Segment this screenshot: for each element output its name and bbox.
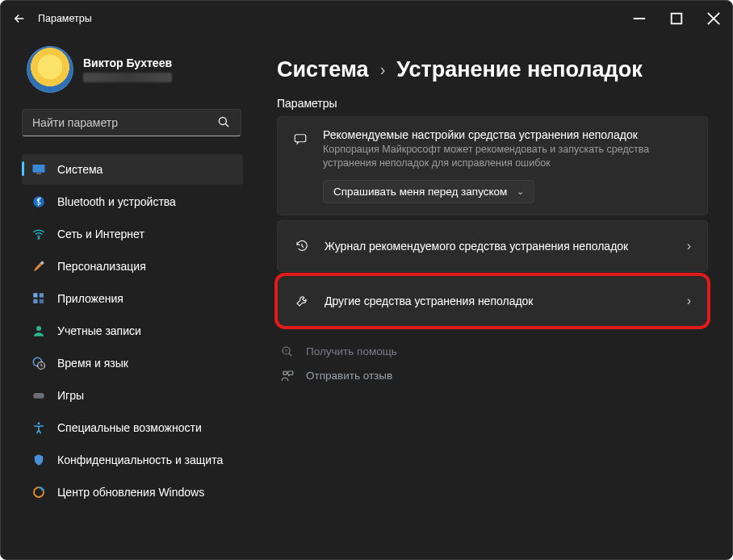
apps-icon — [31, 291, 46, 306]
svg-rect-14 — [40, 299, 44, 303]
sidebar-item-gaming[interactable]: Игры — [22, 380, 243, 411]
feedback-icon — [280, 369, 295, 383]
svg-rect-7 — [36, 173, 41, 175]
search-placeholder: Найти параметр — [32, 116, 118, 129]
svg-rect-11 — [33, 293, 37, 297]
svg-point-21 — [38, 422, 40, 424]
row-label: Журнал рекомендуемого средства устранени… — [325, 240, 672, 253]
sidebar-item-label: Игры — [57, 389, 84, 402]
wrench-icon — [294, 294, 310, 308]
recommended-dropdown[interactable]: Спрашивать меня перед запуском ⌄ — [323, 180, 534, 203]
svg-rect-1 — [672, 14, 682, 24]
svg-point-15 — [36, 326, 41, 331]
sidebar-item-system[interactable]: Система — [22, 154, 243, 185]
sidebar-item-accessibility[interactable]: Специальные возможности — [22, 412, 243, 443]
sidebar-item-personalization[interactable]: Персонализация — [22, 251, 243, 282]
sidebar-item-label: Центр обновления Windows — [57, 486, 204, 499]
chevron-right-icon: › — [687, 239, 691, 253]
sidebar-item-time-language[interactable]: Время и язык — [22, 348, 243, 378]
svg-text:?: ? — [285, 349, 288, 353]
window-title: Параметры — [38, 13, 92, 24]
sidebar-item-label: Bluetooth и устройства — [57, 195, 176, 208]
get-help-link[interactable]: ? Получить помощь — [280, 345, 708, 359]
recommended-settings-card: Рекомендуемые настройки средства устране… — [277, 116, 708, 215]
svg-point-26 — [283, 371, 287, 375]
user-profile[interactable]: Виктор Бухтеев — [22, 46, 243, 93]
user-email-blurred — [83, 73, 172, 82]
sidebar-item-label: Сеть и Интернет — [57, 228, 145, 240]
sidebar-item-label: Учетные записи — [57, 324, 141, 337]
svg-rect-6 — [33, 165, 45, 173]
svg-point-9 — [38, 238, 40, 240]
sidebar-item-label: Система — [57, 163, 103, 176]
system-icon — [31, 162, 46, 177]
other-troubleshooters-row[interactable]: Другие средства устранения неполадок › — [277, 275, 708, 327]
wifi-icon — [31, 227, 46, 241]
history-icon — [294, 239, 310, 253]
help-label: Получить помощь — [306, 345, 397, 357]
avatar — [27, 46, 73, 93]
minimize-button[interactable] — [621, 6, 658, 31]
main-content: Система › Устранение неполадок Параметры… — [249, 36, 732, 559]
svg-rect-27 — [288, 371, 293, 375]
dropdown-value: Спрашивать меня перед запуском — [333, 186, 507, 198]
sidebar: Виктор Бухтеев Найти параметр Система Bl… — [1, 36, 249, 559]
shield-icon — [31, 453, 46, 467]
paintbrush-icon — [31, 259, 46, 274]
settings-window: Параметры Виктор Бухтеев Найти параметр — [0, 0, 733, 560]
update-icon — [31, 485, 46, 499]
globe-clock-icon — [31, 356, 46, 370]
search-icon — [216, 115, 231, 132]
feedback-label: Отправить отзыв — [306, 370, 392, 382]
back-button[interactable] — [12, 11, 27, 26]
chevron-right-icon: › — [687, 294, 691, 308]
feedback-link[interactable]: Отправить отзыв — [280, 369, 708, 383]
breadcrumb-current: Устранение неполадок — [396, 57, 642, 82]
svg-line-5 — [225, 123, 228, 127]
close-button[interactable] — [695, 6, 732, 31]
svg-rect-12 — [40, 293, 44, 297]
sidebar-item-label: Конфиденциальность и защита — [57, 453, 223, 466]
section-label: Параметры — [277, 97, 708, 110]
gamepad-icon — [31, 388, 46, 403]
chevron-right-icon: › — [380, 61, 386, 79]
svg-rect-23 — [295, 135, 306, 142]
sidebar-item-label: Время и язык — [57, 357, 128, 370]
chevron-down-icon: ⌄ — [517, 186, 524, 197]
sidebar-item-label: Специальные возможности — [57, 421, 202, 434]
recommended-sub: Корпорация Майкрософт может рекомендоват… — [323, 143, 693, 170]
chat-icon — [292, 132, 308, 146]
breadcrumb: Система › Устранение неполадок — [277, 57, 708, 82]
sidebar-item-windows-update[interactable]: Центр обновления Windows — [22, 477, 243, 508]
svg-point-4 — [219, 117, 226, 124]
svg-rect-18 — [33, 393, 44, 399]
history-row[interactable]: Журнал рекомендуемого средства устранени… — [277, 220, 708, 272]
sidebar-item-network[interactable]: Сеть и Интернет — [22, 219, 243, 249]
titlebar: Параметры — [1, 1, 732, 36]
sidebar-item-apps[interactable]: Приложения — [22, 283, 243, 314]
person-icon — [31, 324, 46, 338]
maximize-button[interactable] — [658, 6, 695, 31]
sidebar-item-bluetooth[interactable]: Bluetooth и устройства — [22, 186, 243, 217]
user-name: Виктор Бухтеев — [83, 56, 172, 69]
sidebar-item-privacy[interactable]: Конфиденциальность и защита — [22, 445, 243, 475]
recommended-title: Рекомендуемые настройки средства устране… — [323, 128, 693, 141]
svg-point-19 — [36, 395, 37, 396]
sidebar-item-label: Персонализация — [57, 260, 146, 273]
svg-rect-13 — [33, 299, 37, 303]
search-input[interactable]: Найти параметр — [22, 109, 241, 136]
bluetooth-icon — [31, 194, 46, 209]
breadcrumb-root[interactable]: Система — [277, 57, 369, 82]
sidebar-item-accounts[interactable]: Учетные записи — [22, 316, 243, 346]
help-icon: ? — [280, 345, 295, 359]
row-label: Другие средства устранения неполадок — [325, 295, 672, 307]
accessibility-icon — [31, 420, 46, 435]
nav: Система Bluetooth и устройства Сеть и Ин… — [22, 154, 243, 508]
svg-point-20 — [40, 395, 42, 396]
sidebar-item-label: Приложения — [57, 292, 124, 305]
